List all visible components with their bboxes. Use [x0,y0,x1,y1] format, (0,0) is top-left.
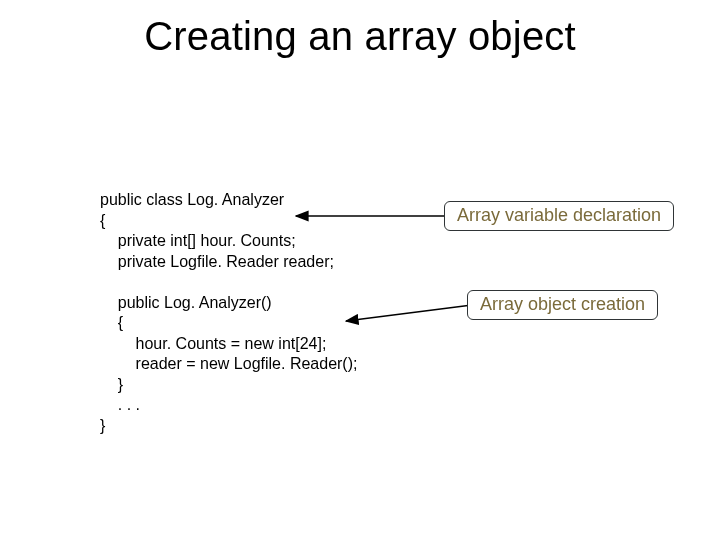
code-line: hour. Counts = new int[24]; [100,335,326,352]
code-line: reader = new Logfile. Reader(); [100,355,357,372]
callout-creation: Array object creation [467,290,658,320]
code-line: public Log. Analyzer() [100,294,272,311]
slide: Creating an array object public class Lo… [0,0,720,540]
code-line: public class Log. Analyzer [100,191,284,208]
callout-label: Array variable declaration [457,205,661,225]
callout-label: Array object creation [480,294,645,314]
code-line: { [100,314,123,331]
code-line: { [100,212,105,229]
svg-line-1 [346,305,472,321]
code-line: } [100,417,105,434]
slide-title: Creating an array object [0,14,720,59]
callout-declaration: Array variable declaration [444,201,674,231]
code-line: } [100,376,123,393]
code-line: . . . [100,396,140,413]
code-line: private Logfile. Reader reader; [100,253,334,270]
code-line: private int[] hour. Counts; [100,232,296,249]
code-block: public class Log. Analyzer { private int… [100,170,357,436]
